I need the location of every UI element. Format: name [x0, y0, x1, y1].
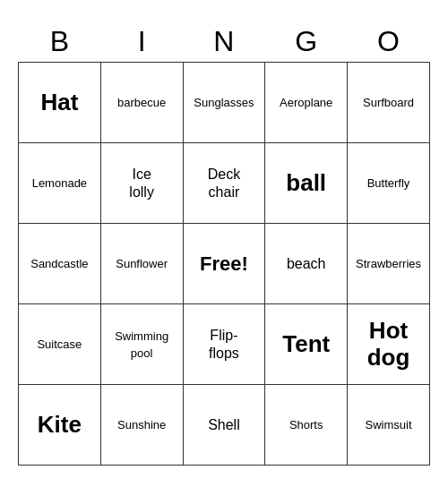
bingo-cell: Swimming pool: [100, 304, 183, 385]
cell-text: Swimsuit: [366, 418, 412, 431]
cell-text: Sandcastle: [30, 257, 88, 270]
bingo-row: LemonadeIcelollyDeckchairballButterfly: [19, 143, 430, 224]
bingo-cell: Shorts: [265, 385, 348, 466]
bingo-cell: Suitcase: [19, 304, 101, 385]
bingo-cell: barbecue: [100, 63, 183, 143]
cell-text: Sunglasses: [194, 96, 254, 109]
cell-text: Hat: [40, 89, 78, 115]
cell-text: Icelolly: [129, 167, 154, 199]
bingo-cell: Tent: [265, 304, 348, 385]
cell-text: Kite: [38, 411, 82, 438]
bingo-body: HatbarbecueSunglassesAeroplaneSurfboardL…: [19, 63, 430, 466]
cell-text: Deckchair: [208, 167, 240, 199]
cell-text: Shell: [208, 417, 240, 432]
header-letter: I: [100, 21, 183, 63]
cell-text: Tent: [282, 330, 330, 357]
bingo-cell: Surfboard: [348, 63, 430, 143]
cell-text: Free!: [200, 252, 248, 275]
bingo-cell: Deckchair: [183, 143, 265, 224]
bingo-cell: Sunflower: [100, 224, 183, 304]
cell-text: Sunflower: [116, 257, 168, 270]
bingo-cell: Aeroplane: [265, 63, 348, 143]
bingo-cell: Butterfly: [348, 143, 430, 224]
bingo-cell: Kite: [19, 385, 101, 466]
cell-text: Swimming pool: [115, 329, 168, 360]
bingo-cell: Sunglasses: [183, 63, 265, 143]
cell-text: Sunshine: [117, 418, 166, 431]
bingo-cell: Sunshine: [100, 385, 183, 466]
cell-text: Butterfly: [367, 176, 410, 190]
cell-text: Hot dog: [367, 317, 410, 371]
bingo-row: HatbarbecueSunglassesAeroplaneSurfboard: [19, 63, 430, 143]
cell-text: beach: [287, 256, 326, 271]
bingo-card: BINGO HatbarbecueSunglassesAeroplaneSurf…: [18, 21, 430, 466]
bingo-row: KiteSunshineShellShortsSwimsuit: [19, 385, 430, 466]
bingo-cell: Hat: [19, 63, 101, 143]
bingo-cell: Icelolly: [100, 143, 183, 224]
bingo-cell: Lemonade: [19, 143, 101, 224]
bingo-cell: Sandcastle: [19, 224, 101, 304]
cell-text: Flip-flops: [209, 328, 239, 360]
bingo-cell: Shell: [183, 385, 265, 466]
bingo-cell: Flip-flops: [183, 304, 265, 385]
header-letter: G: [265, 21, 348, 63]
cell-text: Suitcase: [37, 337, 82, 351]
header-letter: B: [19, 21, 101, 63]
bingo-cell: beach: [265, 224, 348, 304]
cell-text: Strawberries: [356, 257, 421, 270]
bingo-row: SuitcaseSwimming poolFlip-flopsTentHot d…: [19, 304, 430, 385]
bingo-cell: Free!: [183, 224, 265, 304]
bingo-cell: Hot dog: [348, 304, 430, 385]
bingo-row: SandcastleSunflowerFree!beachStrawberrie…: [19, 224, 430, 304]
bingo-cell: ball: [265, 143, 348, 224]
bingo-header: BINGO: [19, 21, 430, 63]
bingo-cell: Strawberries: [348, 224, 430, 304]
cell-text: Aeroplane: [280, 96, 332, 109]
header-letter: N: [183, 21, 265, 63]
bingo-cell: Swimsuit: [348, 385, 430, 466]
cell-text: barbecue: [117, 96, 166, 109]
cell-text: Surfboard: [363, 96, 414, 109]
cell-text: Shorts: [289, 418, 323, 431]
cell-text: Lemonade: [32, 176, 87, 190]
header-letter: O: [348, 21, 430, 63]
cell-text: ball: [286, 169, 326, 196]
